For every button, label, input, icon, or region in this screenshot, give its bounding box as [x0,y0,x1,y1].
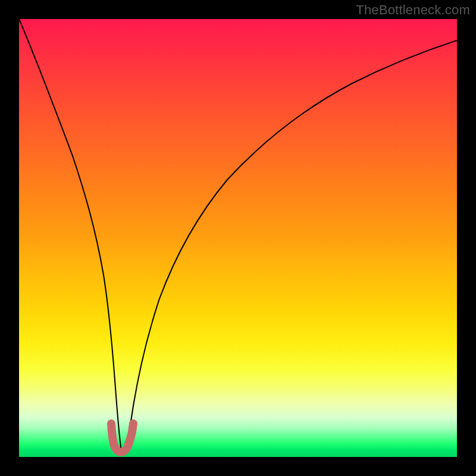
optimal-marker [111,424,133,452]
chart-plot-area [19,19,457,457]
chart-svg [19,19,457,457]
bottleneck-curve [19,19,457,453]
outer-frame: TheBottleneck.com [0,0,476,476]
watermark-text: TheBottleneck.com [356,2,470,18]
